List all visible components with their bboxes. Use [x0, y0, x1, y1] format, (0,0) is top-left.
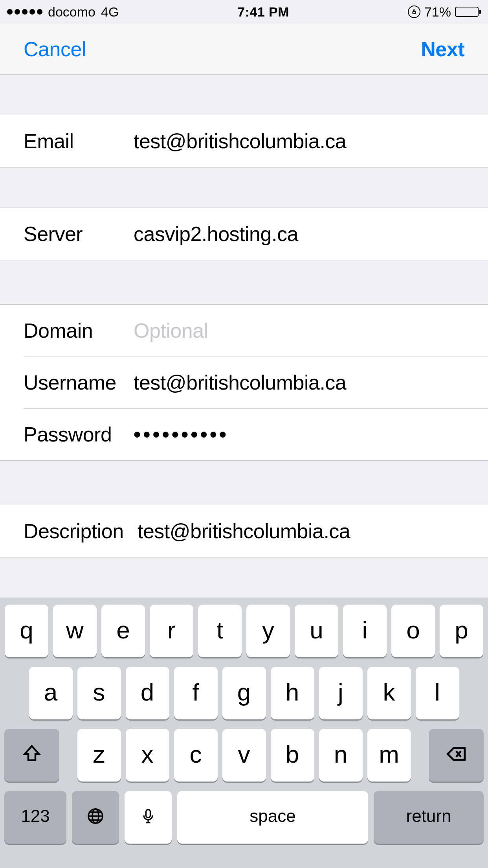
email-label: Email — [24, 129, 134, 153]
key-q[interactable]: q — [5, 605, 48, 657]
key-m[interactable]: m — [367, 729, 411, 782]
description-group: Description — [0, 505, 488, 557]
status-left: docomo 4G — [7, 4, 119, 20]
key-numbers[interactable]: 123 — [4, 791, 66, 844]
keyboard: q w e r t y u i o p a s d f g h j k l z … — [0, 598, 488, 868]
domain-field[interactable] — [134, 319, 488, 342]
battery-pct: 71% — [424, 4, 451, 20]
description-row[interactable]: Description — [0, 505, 488, 557]
domain-label: Domain — [24, 319, 134, 342]
svg-rect-0 — [413, 11, 416, 14]
server-field[interactable] — [134, 222, 488, 246]
key-v[interactable]: v — [222, 729, 266, 782]
globe-icon — [86, 807, 105, 826]
key-d[interactable]: d — [126, 667, 169, 719]
domain-row[interactable]: Domain — [0, 305, 488, 357]
server-row[interactable]: Server — [0, 208, 488, 260]
server-group: Server — [0, 208, 488, 260]
password-row[interactable]: Password — [0, 408, 488, 460]
username-field[interactable] — [134, 371, 488, 394]
key-u[interactable]: u — [295, 605, 338, 657]
next-button[interactable]: Next — [421, 37, 464, 61]
key-j[interactable]: j — [319, 667, 363, 719]
key-h[interactable]: h — [271, 667, 314, 719]
key-space[interactable]: space — [177, 791, 368, 844]
key-s[interactable]: s — [77, 667, 121, 719]
email-field[interactable] — [134, 129, 488, 153]
carrier-label: docomo — [48, 4, 95, 20]
key-i[interactable]: i — [343, 605, 387, 657]
description-label: Description — [24, 519, 138, 543]
key-k[interactable]: k — [367, 667, 411, 719]
keyboard-row-1: q w e r t y u i o p — [4, 605, 484, 657]
status-right: 71% — [408, 4, 481, 20]
cancel-button[interactable]: Cancel — [24, 37, 86, 61]
key-return[interactable]: return — [374, 791, 484, 844]
email-row[interactable]: Email — [0, 115, 488, 167]
key-shift[interactable] — [4, 729, 59, 782]
keyboard-row-3: z x c v b n m — [4, 729, 484, 782]
key-r[interactable]: r — [150, 605, 193, 657]
svg-rect-3 — [146, 810, 150, 818]
key-l[interactable]: l — [416, 667, 459, 719]
network-label: 4G — [101, 4, 119, 20]
shift-icon — [21, 743, 42, 765]
password-label: Password — [24, 423, 134, 446]
username-row[interactable]: Username — [0, 357, 488, 408]
status-bar: docomo 4G 7:41 PM 71% — [0, 0, 488, 24]
key-f[interactable]: f — [174, 667, 218, 719]
key-a[interactable]: a — [29, 667, 73, 719]
key-t[interactable]: t — [198, 605, 242, 657]
key-x[interactable]: x — [126, 729, 169, 782]
key-e[interactable]: e — [101, 605, 145, 657]
key-b[interactable]: b — [271, 729, 314, 782]
key-p[interactable]: p — [440, 605, 483, 657]
keyboard-row-4: 123 space return — [4, 791, 484, 844]
key-z[interactable]: z — [77, 729, 121, 782]
status-time: 7:41 PM — [237, 4, 289, 20]
key-o[interactable]: o — [391, 605, 435, 657]
key-w[interactable]: w — [53, 605, 97, 657]
signal-dots-icon — [7, 9, 42, 15]
nav-bar: Cancel Next — [0, 24, 488, 75]
key-y[interactable]: y — [246, 605, 290, 657]
mic-icon — [139, 807, 157, 825]
battery-icon — [455, 7, 481, 17]
key-globe[interactable] — [72, 791, 119, 844]
key-c[interactable]: c — [174, 729, 218, 782]
key-g[interactable]: g — [222, 667, 266, 719]
backspace-icon — [445, 743, 468, 765]
description-field[interactable] — [138, 519, 488, 543]
email-group: Email — [0, 115, 488, 167]
key-backspace[interactable] — [429, 729, 484, 782]
keyboard-row-2: a s d f g h j k l — [4, 667, 484, 719]
orientation-lock-icon — [408, 6, 420, 18]
username-label: Username — [24, 371, 134, 394]
credentials-group: Domain Username Password — [0, 304, 488, 461]
key-mic[interactable] — [125, 791, 172, 844]
key-n[interactable]: n — [319, 729, 363, 782]
server-label: Server — [24, 222, 134, 246]
password-field[interactable] — [134, 423, 488, 446]
